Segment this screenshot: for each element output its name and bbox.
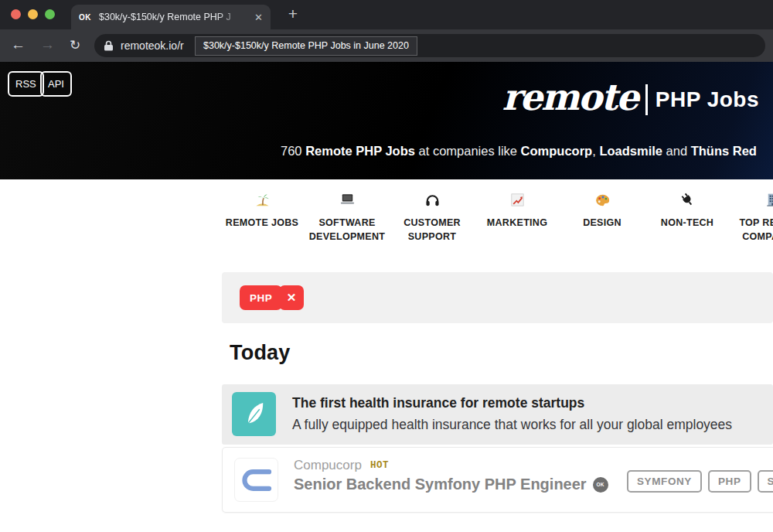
insurance-banner[interactable]: The first health insurance for remote st… (222, 384, 773, 445)
reload-icon[interactable]: ↻ (70, 36, 80, 55)
logo-suffix-text: PHP Jobs (656, 87, 759, 112)
tab-title: $30k/y-$150k/y Remote PHP J (99, 12, 246, 22)
category-nav: REMOTE JOBS SOFTWARE DEVELOPMENT CUSTOME… (222, 189, 773, 244)
window-zoom-button[interactable] (45, 9, 55, 19)
filter-remove-icon[interactable]: ✕ (279, 285, 304, 310)
hero-tagline: 760 Remote PHP Jobs at companies like Co… (281, 144, 757, 159)
tab-close-icon[interactable]: ✕ (254, 12, 263, 23)
window-minimize-button[interactable] (28, 9, 38, 19)
job-row[interactable]: Compucorp HOT Senior Backend Symfony PHP… (222, 447, 773, 513)
nav-item-top-remote-companies[interactable]: TOP REMOTE COMPANIES (732, 189, 773, 244)
tab-strip: OK $30k/y-$150k/y Remote PHP J ✕ + (0, 0, 773, 29)
window-close-button[interactable] (11, 9, 21, 19)
feather-icon (232, 392, 276, 436)
nav-label: CUSTOMER SUPPORT (392, 216, 472, 244)
building-icon (764, 189, 773, 209)
job-tag-symfony[interactable]: SYMFONY (627, 470, 702, 493)
filter-bar: PHP ✕ (222, 272, 773, 323)
headphones-icon (424, 189, 441, 209)
nav-label: REMOTE JOBS (226, 216, 298, 230)
filter-tag-php[interactable]: PHP (240, 285, 282, 310)
nav-item-customer-support[interactable]: CUSTOMER SUPPORT (392, 189, 472, 244)
lock-icon (104, 40, 114, 51)
nav-label: DESIGN (583, 216, 621, 230)
browser-tab[interactable]: OK $30k/y-$150k/y Remote PHP J ✕ (71, 5, 271, 29)
logo-script-text: remote (502, 76, 645, 118)
nav-label: NON-TECH (661, 216, 713, 230)
job-title[interactable]: Senior Backend Symfony PHP Engineer (294, 476, 587, 493)
remoteok-logo[interactable]: remote PHP Jobs (502, 76, 759, 118)
nav-label: TOP REMOTE COMPANIES (732, 216, 773, 244)
job-tag-senior[interactable]: SENIOR (758, 470, 773, 493)
url-text: remoteok.io/r (121, 39, 184, 52)
remoteok-verified-badge: OK (593, 477, 608, 493)
url-tooltip: $30k/y-$150k/y Remote PHP Jobs in June 2… (195, 36, 417, 56)
plug-icon (679, 189, 696, 209)
banner-title: The first health insurance for remote st… (292, 395, 584, 411)
hero-header: RSS API remote PHP Jobs 760 Remote PHP J… (0, 62, 773, 179)
nav-item-software-development[interactable]: SOFTWARE DEVELOPMENT (307, 189, 387, 244)
nav-label: MARKETING (487, 216, 547, 230)
api-button[interactable]: API (40, 71, 72, 97)
new-tab-button[interactable]: + (281, 3, 305, 26)
logo-divider (645, 84, 648, 115)
back-icon[interactable]: ← (11, 36, 26, 54)
job-tags: SYMFONY PHP SENIOR (627, 470, 773, 493)
section-heading-today: Today (230, 341, 291, 365)
chart-icon (509, 189, 526, 209)
compucorp-logo (234, 458, 278, 502)
banner-subtitle: A fully equipped health insurance that w… (292, 417, 732, 433)
laptop-icon (339, 189, 356, 209)
nav-label: SOFTWARE DEVELOPMENT (307, 216, 387, 244)
island-icon (254, 189, 271, 209)
nav-item-remote-jobs[interactable]: REMOTE JOBS (222, 189, 302, 244)
company-name[interactable]: Compucorp (294, 458, 362, 473)
palette-icon (594, 189, 611, 209)
job-tag-php[interactable]: PHP (708, 470, 751, 493)
hot-badge: HOT (370, 460, 389, 471)
remoteok-favicon: OK (79, 13, 91, 22)
forward-icon[interactable]: → (40, 36, 55, 54)
browser-toolbar: ← → ↻ remoteok.io/r $30k/y-$150k/y Remot… (0, 29, 773, 62)
rss-button[interactable]: RSS (8, 71, 44, 97)
nav-item-non-tech[interactable]: NON-TECH (647, 189, 727, 244)
nav-item-design[interactable]: DESIGN (562, 189, 642, 244)
nav-item-marketing[interactable]: MARKETING (477, 189, 557, 244)
